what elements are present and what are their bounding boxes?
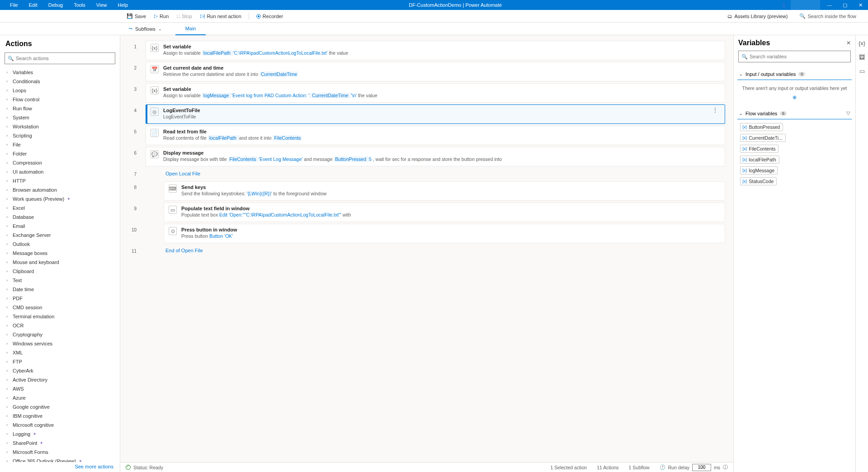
variable-chip[interactable]: {x}localFilePath: [740, 156, 779, 164]
action-category[interactable]: ›XML: [3, 348, 117, 357]
action-category[interactable]: ›UI automation: [3, 167, 117, 176]
action-category[interactable]: ›Terminal emulation: [3, 312, 117, 321]
action-category[interactable]: ›System: [3, 113, 117, 122]
action-category[interactable]: ›Microsoft cognitive: [3, 420, 117, 430]
action-category[interactable]: ›Message boxes: [3, 249, 117, 258]
add-io-variable-button[interactable]: ⊕: [737, 93, 852, 104]
menu-help[interactable]: Help: [112, 2, 133, 8]
actions-search[interactable]: 🔍: [5, 52, 115, 64]
action-category[interactable]: ›AWS: [3, 384, 117, 393]
action-category[interactable]: ›Google cognitive: [3, 402, 117, 411]
run-delay-input[interactable]: [692, 464, 711, 471]
action-category[interactable]: ›File: [3, 140, 117, 149]
region-marker[interactable]: End of Open File: [146, 245, 725, 256]
region-marker[interactable]: Open Local File: [146, 168, 725, 179]
save-button[interactable]: 💾 Save: [124, 12, 149, 20]
variable-chip[interactable]: {x}StatusCode: [740, 177, 777, 185]
flow-step[interactable]: ⊙Press button in windowPress button Butt…: [164, 224, 725, 243]
actions-search-input[interactable]: [16, 56, 112, 61]
io-variables-section[interactable]: ⌄ Input / output variables 0: [737, 69, 852, 80]
flow-step[interactable]: 📅Get current date and timeRetrieve the c…: [146, 62, 725, 81]
action-category[interactable]: ›Date time: [3, 285, 117, 294]
flow-canvas[interactable]: 1{x}Set variableAssign to variable local…: [120, 35, 733, 472]
action-category[interactable]: ›Microsoft Forms: [3, 448, 117, 457]
action-category[interactable]: ›Variables: [3, 68, 117, 77]
action-category[interactable]: ›Scripting: [3, 131, 117, 140]
subflows-dropdown[interactable]: ⤳ Subflows ⌄: [124, 26, 166, 32]
action-category[interactable]: ›Windows services: [3, 339, 117, 348]
menu-edit[interactable]: Edit: [24, 2, 43, 8]
action-category[interactable]: ›Text: [3, 276, 117, 285]
action-category[interactable]: ›Conditionals: [3, 77, 117, 86]
action-category[interactable]: ›Mouse and keyboard: [3, 258, 117, 267]
flow-step[interactable]: 💬Display messageDisplay message box with…: [146, 147, 725, 166]
flow-step[interactable]: 📄Read text from fileRead contents of fil…: [146, 126, 725, 145]
action-category[interactable]: ›Database: [3, 212, 117, 222]
action-category[interactable]: ›Active Directory: [3, 375, 117, 384]
action-category[interactable]: ›Compression: [3, 158, 117, 167]
action-category[interactable]: ›Browser automation: [3, 185, 117, 194]
menu-tools[interactable]: Tools: [68, 2, 91, 8]
action-category[interactable]: ›Office 365 Outlook (Preview)✦: [3, 457, 117, 462]
action-category[interactable]: ›CMD session: [3, 303, 117, 312]
action-category[interactable]: ›Excel: [3, 203, 117, 212]
variable-chip[interactable]: {x}CurrentDateTi...: [740, 134, 786, 142]
actions-tree[interactable]: ›Variables›Conditionals›Loops›Flow contr…: [0, 68, 120, 462]
action-category[interactable]: ›Folder: [3, 149, 117, 158]
close-variables-button[interactable]: ✕: [846, 40, 851, 46]
action-category[interactable]: ›Run flow: [3, 104, 117, 113]
variable-chip[interactable]: {x}FileContents: [740, 145, 778, 153]
action-category[interactable]: ›IBM cognitive: [3, 411, 117, 420]
action-category[interactable]: ›SharePoint✦: [3, 439, 117, 448]
flow-variables-section[interactable]: ⌄ Flow variables 6 ▽: [737, 108, 852, 119]
variables-rail-icon[interactable]: {x}: [859, 40, 865, 47]
action-category[interactable]: ›OCR: [3, 321, 117, 330]
action-category[interactable]: ›HTTP: [3, 176, 117, 185]
ui-elements-rail-icon[interactable]: ▭: [859, 68, 865, 75]
menu-debug[interactable]: Debug: [43, 2, 68, 8]
minimize-button[interactable]: —: [822, 2, 837, 8]
action-category[interactable]: ›CyberArk: [3, 366, 117, 375]
stop-button[interactable]: □ Stop: [174, 13, 194, 20]
action-category[interactable]: ›Email: [3, 222, 117, 231]
menu-file[interactable]: File: [5, 2, 24, 8]
step-more-button[interactable]: ⋮: [710, 108, 720, 112]
flow-variables-title: Flow variables: [745, 111, 777, 116]
flow-step[interactable]: {x}Set variableAssign to variable logMes…: [146, 83, 725, 103]
info-icon[interactable]: ⓘ: [723, 464, 728, 471]
run-next-button[interactable]: ▷| Run next action: [198, 12, 244, 20]
recorder-button[interactable]: Recorder: [254, 13, 286, 20]
flow-step[interactable]: {x}Set variableAssign to variable localF…: [146, 41, 725, 60]
action-category[interactable]: ›Flow control: [3, 95, 117, 104]
flow-step[interactable]: ◎LogEventToFileLogEventToFile⋮: [146, 104, 725, 124]
menu-view[interactable]: View: [91, 2, 113, 8]
assets-library-button[interactable]: 🗂 Assets Library (preview): [725, 13, 790, 20]
close-button[interactable]: ✕: [853, 2, 868, 8]
action-category[interactable]: ›Workstation: [3, 122, 117, 131]
action-category[interactable]: ›Exchange Server: [3, 231, 117, 240]
variable-chip[interactable]: {x}logMessage: [740, 166, 778, 175]
maximize-button[interactable]: ▢: [837, 2, 853, 8]
tab-main[interactable]: Main: [175, 23, 206, 35]
action-category[interactable]: ›PDF: [3, 294, 117, 303]
action-category[interactable]: ›Logging✦: [3, 430, 117, 439]
flow-step[interactable]: ⌨Send keysSend the following keystrokes:…: [164, 181, 725, 201]
account-badge[interactable]: [791, 0, 820, 10]
variable-chip[interactable]: {x}ButtonPressed: [740, 123, 783, 131]
filter-icon[interactable]: ▽: [846, 110, 850, 116]
flow-step[interactable]: ▭Populate text field in windowPopulate t…: [164, 203, 725, 222]
see-more-actions-link[interactable]: See more actions: [75, 464, 113, 469]
account-icon[interactable]: 👤: [777, 2, 791, 8]
action-category[interactable]: ›Azure: [3, 393, 117, 402]
variables-search-input[interactable]: [750, 54, 848, 59]
action-category[interactable]: ›Loops: [3, 86, 117, 95]
action-category[interactable]: ›FTP: [3, 357, 117, 366]
variables-search[interactable]: 🔍: [738, 51, 851, 62]
run-button[interactable]: ▷ Run: [151, 12, 171, 20]
action-category[interactable]: ›Clipboard: [3, 267, 117, 276]
action-category[interactable]: ›Work queues (Preview)✦: [3, 194, 117, 203]
action-category[interactable]: ›Outlook: [3, 240, 117, 249]
action-category[interactable]: ›Cryptography: [3, 330, 117, 339]
images-rail-icon[interactable]: 🖼: [859, 54, 865, 61]
flow-search[interactable]: 🔍 Search inside the flow: [797, 12, 859, 20]
